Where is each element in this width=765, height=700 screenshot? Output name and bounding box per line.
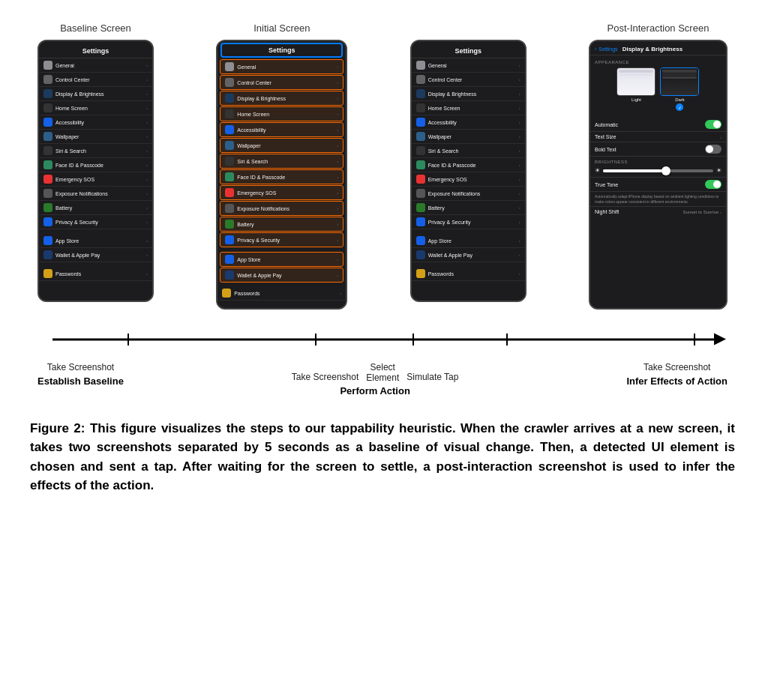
night-shift-row: Night Shift Sunset to Sunrise › bbox=[590, 207, 726, 217]
true-tone-row: True Tone bbox=[590, 178, 726, 192]
appearance-section: APPEARANCE Light bbox=[590, 55, 726, 118]
baseline-header: Settings bbox=[39, 41, 152, 58]
perform-action-group: Take Screenshot SelectElement Simulate T… bbox=[292, 362, 459, 396]
dark-thumb bbox=[660, 67, 699, 96]
establish-baseline-label: Establish Baseline bbox=[38, 375, 124, 387]
text-size-label: Text Size bbox=[595, 134, 616, 139]
list-item: Face ID & Passcode› bbox=[39, 158, 152, 172]
list-item: Home Screen› bbox=[39, 101, 152, 115]
brightness-min-icon: ☀ bbox=[595, 167, 600, 174]
true-tone-label: True Tone bbox=[595, 182, 618, 187]
true-tone-toggle bbox=[705, 180, 722, 189]
back-label: Settings bbox=[598, 46, 617, 52]
list-item: Siri & Search› bbox=[220, 154, 344, 169]
night-shift-label: Night Shift bbox=[595, 209, 619, 214]
post-label: Post-Interaction Screen bbox=[608, 22, 710, 34]
list-item: Emergency SOS› bbox=[39, 172, 152, 187]
list-item: Wallpaper› bbox=[412, 130, 525, 144]
bold-text-label: Bold Text bbox=[595, 147, 616, 152]
list-item: General› bbox=[220, 59, 344, 74]
list-item: Siri & Search› bbox=[412, 144, 525, 158]
list-item: Home Screen› bbox=[412, 101, 525, 115]
infer-effects-group: Take Screenshot Infer Effects of Action bbox=[626, 362, 728, 387]
screenshots-row: Baseline Screen Settings General› Contro… bbox=[30, 22, 735, 310]
perform-action-steps: Take Screenshot SelectElement Simulate T… bbox=[292, 362, 459, 384]
brightness-row: ☀ ☀ bbox=[595, 167, 722, 174]
list-item: Control Center› bbox=[220, 75, 344, 90]
list-item: Control Center› bbox=[412, 73, 525, 87]
list-item: Privacy & Security› bbox=[220, 232, 344, 247]
back-arrow: ‹ bbox=[595, 46, 596, 52]
post-nav: ‹ Settings Display & Brightness bbox=[590, 41, 726, 55]
figure-container: Baseline Screen Settings General› Contro… bbox=[30, 22, 735, 495]
automatic-label: Automatic bbox=[595, 122, 618, 127]
simulate-tap-label: Simulate Tap bbox=[406, 372, 458, 384]
list-item: Wallet & Apple Pay› bbox=[412, 248, 525, 262]
select-element-label: SelectElement bbox=[366, 362, 399, 384]
list-item: Exposure Notifications› bbox=[39, 187, 152, 201]
list-item: Passwords› bbox=[39, 267, 152, 281]
timeline-tick-5 bbox=[694, 334, 695, 346]
baseline-settings-screen: Settings General› Control Center› Displa… bbox=[39, 41, 152, 301]
establish-baseline-group: Take Screenshot Establish Baseline bbox=[38, 362, 124, 387]
dark-selected-indicator: ✓ bbox=[676, 103, 683, 111]
list-item: Emergency SOS› bbox=[220, 185, 344, 200]
list-item: Emergency SOS› bbox=[412, 172, 525, 187]
take-screenshot-label-3: Take Screenshot bbox=[644, 362, 710, 374]
list-item: Battery› bbox=[39, 201, 152, 215]
baseline-phone: Settings General› Control Center› Displa… bbox=[38, 40, 154, 302]
brightness-slider bbox=[603, 169, 713, 172]
post-screen-group: Post-Interaction Screen ‹ Settings Displ… bbox=[589, 22, 728, 310]
display-title: Display & Brightness bbox=[622, 46, 682, 52]
brightness-section: BRIGHTNESS ☀ ☀ bbox=[590, 157, 726, 178]
list-item: General› bbox=[412, 58, 525, 73]
list-item: Face ID & Passcode› bbox=[220, 169, 344, 184]
figure-number: Figure 2: bbox=[30, 421, 85, 435]
take-screenshot-label-2: Take Screenshot bbox=[292, 372, 358, 384]
list-item: Accessibility› bbox=[220, 122, 344, 137]
list-item: App Store› bbox=[412, 234, 525, 248]
timeline-tick-2 bbox=[315, 334, 316, 346]
list-item: Wallet & Apple Pay› bbox=[39, 248, 152, 262]
list-item: General› bbox=[39, 58, 152, 73]
initial-screen-group: Initial Screen Settings General› Control… bbox=[216, 22, 347, 310]
list-item: Exposure Notifications› bbox=[220, 201, 344, 216]
list-item: Privacy & Security› bbox=[39, 215, 152, 229]
automatic-row: Automatic bbox=[590, 118, 726, 132]
timeline-arrow bbox=[52, 339, 720, 341]
timeline-container bbox=[38, 321, 728, 358]
night-shift-chevron: › bbox=[720, 210, 722, 214]
infer-effects-label: Infer Effects of Action bbox=[626, 375, 728, 387]
perform-action-label: Perform Action bbox=[340, 385, 410, 396]
middle-header: Settings bbox=[412, 41, 525, 58]
timeline-tick-1 bbox=[128, 334, 129, 346]
timeline-tick-4 bbox=[506, 334, 508, 346]
text-size-row: Text Size › bbox=[590, 132, 726, 142]
light-thumb bbox=[616, 67, 656, 96]
brightness-thumb bbox=[662, 166, 670, 175]
list-item: Wallpaper› bbox=[39, 130, 152, 144]
automatic-toggle bbox=[705, 120, 722, 129]
post-phone: ‹ Settings Display & Brightness APPEARAN… bbox=[589, 40, 728, 310]
initial-settings-screen: Settings General› Control Center› Displa… bbox=[218, 41, 346, 308]
true-tone-description: Automatically adapt iPhone display based… bbox=[590, 192, 726, 207]
list-item: Control Center› bbox=[39, 73, 152, 87]
baseline-label: Baseline Screen bbox=[60, 22, 131, 34]
middle-phone: Settings General› Control Center› Displa… bbox=[410, 40, 526, 302]
list-item: Passwords› bbox=[412, 267, 525, 281]
list-item: App Store› bbox=[220, 252, 344, 267]
post-display-screen: ‹ Settings Display & Brightness APPEARAN… bbox=[590, 41, 726, 308]
list-item: Siri & Search› bbox=[39, 144, 152, 158]
list-item: Battery› bbox=[412, 201, 525, 215]
dark-label: Dark bbox=[675, 97, 685, 102]
brightness-fill bbox=[603, 169, 664, 172]
list-item: Accessibility› bbox=[412, 115, 525, 130]
initial-phone: Settings General› Control Center› Displa… bbox=[216, 40, 347, 310]
list-item: Exposure Notifications› bbox=[412, 187, 525, 201]
dark-option: Dark ✓ bbox=[660, 67, 699, 111]
figure-caption: Figure 2: This figure visualizes the ste… bbox=[30, 419, 735, 495]
list-item: Display & Brightness› bbox=[39, 87, 152, 101]
baseline-screen-group: Baseline Screen Settings General› Contro… bbox=[38, 22, 154, 302]
light-option: Light bbox=[616, 67, 656, 111]
list-item: Privacy & Security› bbox=[412, 215, 525, 229]
